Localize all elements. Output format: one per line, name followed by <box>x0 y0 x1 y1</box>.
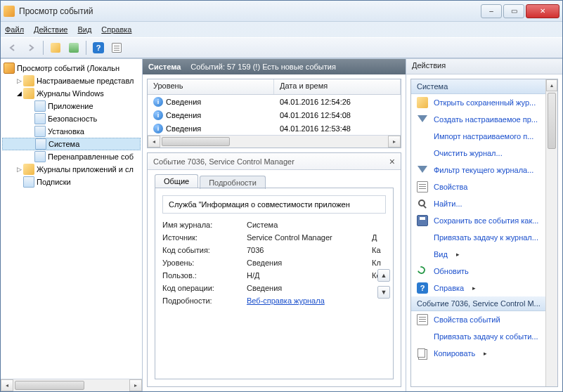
tab-general[interactable]: Общие <box>155 174 198 188</box>
scroll-up-button[interactable]: ▴ <box>546 79 557 91</box>
app-icon <box>4 6 15 17</box>
action-open-saved-log[interactable]: Открыть сохраненный жур... <box>411 94 557 111</box>
tree-system[interactable]: Система <box>2 138 141 150</box>
panes-button[interactable] <box>109 40 124 55</box>
tree-windows-logs[interactable]: ◢Журналы Windows <box>2 87 141 100</box>
properties-button[interactable] <box>66 40 82 55</box>
action-create-custom-view[interactable]: Создать настраиваемое пр... <box>411 111 557 128</box>
column-date[interactable]: Дата и время <box>274 79 401 94</box>
prev-event-button[interactable]: ▲ <box>377 269 390 282</box>
action-event-properties[interactable]: Свойства событий <box>411 311 557 328</box>
events-panel: Система Событий: 57 159 (!) Есть новые с… <box>143 59 406 391</box>
folder-icon <box>23 75 34 86</box>
event-viewer-window: Просмотр событий – ▭ ✕ Файл Действие Вид… <box>0 0 563 392</box>
list-horizontal-scrollbar[interactable]: ◂ ▸ <box>148 135 401 148</box>
view-icon <box>417 249 428 260</box>
filter-icon <box>417 164 428 176</box>
info-icon: i <box>153 110 163 120</box>
window-title: Просмотр событий <box>19 6 481 16</box>
action-view[interactable]: Вид▸ <box>411 246 557 263</box>
expand-icon[interactable]: ▷ <box>15 77 23 84</box>
tree-horizontal-scrollbar[interactable]: ◂ ▸ <box>1 379 142 391</box>
event-row[interactable]: iСведения 04.01.2016 12:54:26 <box>148 95 401 108</box>
action-attach-task-event[interactable]: Привязать задачу к событи... <box>411 328 557 345</box>
forward-button[interactable] <box>23 40 39 55</box>
scroll-thumb[interactable] <box>548 93 556 149</box>
clear-icon <box>417 148 428 159</box>
column-level[interactable]: Уровень <box>148 79 274 94</box>
action-copy[interactable]: Копировать▸ <box>411 345 557 362</box>
event-description: Служба "Информация о совместимости прило… <box>162 195 386 214</box>
scroll-right-button[interactable]: ▸ <box>129 379 142 391</box>
menu-view[interactable]: Вид <box>77 25 91 34</box>
events-header-count: Событий: 57 159 (!) Есть новые события <box>190 63 336 71</box>
tree-subscriptions[interactable]: Подписки <box>2 176 141 188</box>
refresh-icon <box>417 266 428 277</box>
minimize-button[interactable]: – <box>481 4 502 18</box>
tree-apps-services[interactable]: ▷Журналы приложений и сл <box>2 163 141 176</box>
action-save-all-events[interactable]: Сохранить все события как... <box>411 212 557 229</box>
find-icon <box>417 198 428 209</box>
detail-tabs: Общие Подробности <box>148 170 401 188</box>
titlebar[interactable]: Просмотр событий – ▭ ✕ <box>1 1 562 22</box>
tree-application[interactable]: Приложение <box>2 100 141 112</box>
events-header-title: Система <box>148 63 181 71</box>
web-help-link[interactable]: Веб-справка журнала <box>247 296 325 305</box>
help-icon: ? <box>417 282 428 294</box>
collapse-icon[interactable]: ◢ <box>15 90 23 97</box>
action-filter-log[interactable]: Фильтр текущего журнала... <box>411 162 557 178</box>
close-button[interactable]: ✕ <box>526 4 559 18</box>
tree-security[interactable]: Безопасность <box>2 112 141 125</box>
help-button[interactable]: ? <box>91 40 106 55</box>
tree-custom-views[interactable]: ▷Настраиваемые представл <box>2 74 141 87</box>
properties-icon <box>417 314 428 325</box>
tree-root[interactable]: Просмотр событий (Локальн <box>2 62 141 74</box>
action-clear-log[interactable]: Очистить журнал... <box>411 145 557 162</box>
events-header: Система Событий: 57 159 (!) Есть новые с… <box>143 59 406 74</box>
event-row[interactable]: iСведения 04.01.2016 12:54:08 <box>148 108 401 122</box>
action-properties[interactable]: Свойства <box>411 178 557 195</box>
menu-action[interactable]: Действие <box>34 25 67 34</box>
log-icon <box>34 126 46 137</box>
action-refresh[interactable]: Обновить <box>411 263 557 280</box>
menu-file[interactable]: Файл <box>5 25 24 34</box>
chevron-right-icon: ▸ <box>484 350 487 357</box>
actions-body: Система▲ Открыть сохраненный жур... Созд… <box>410 79 558 387</box>
log-icon <box>34 113 46 124</box>
action-import-custom-view[interactable]: Импорт настраиваемого п... <box>411 128 557 145</box>
action-find[interactable]: Найти... <box>411 195 557 212</box>
scroll-right-button[interactable]: ▸ <box>388 136 401 148</box>
log-icon <box>35 138 46 150</box>
task-icon <box>417 232 428 243</box>
properties-icon <box>417 181 428 192</box>
actions-group-event[interactable]: Событие 7036, Service Control M...▲ <box>411 296 557 311</box>
scroll-thumb[interactable] <box>162 137 230 146</box>
expand-icon[interactable]: ▷ <box>15 166 23 173</box>
detail-body: Служба "Информация о совместимости прило… <box>155 188 394 379</box>
tree-setup[interactable]: Установка <box>2 125 141 138</box>
scroll-thumb[interactable] <box>15 381 84 390</box>
chevron-right-icon: ▸ <box>456 251 460 258</box>
close-detail-button[interactable]: × <box>389 156 395 167</box>
import-icon <box>417 131 428 142</box>
menubar: Файл Действие Вид Справка <box>1 22 562 37</box>
tree-panel: Просмотр событий (Локальн ▷Настраиваемые… <box>1 59 143 391</box>
tree-forwarded[interactable]: Перенаправленные соб <box>2 150 141 163</box>
event-row[interactable]: iСведения 04.01.2016 12:53:48 <box>148 122 401 135</box>
scroll-left-button[interactable]: ◂ <box>1 379 13 391</box>
navigation-tree[interactable]: Просмотр событий (Локальн ▷Настраиваемые… <box>1 59 142 379</box>
action-help[interactable]: ?Справка▸ <box>411 280 557 296</box>
event-list[interactable]: Уровень Дата и время iСведения 04.01.201… <box>147 79 401 148</box>
actions-vertical-scrollbar[interactable]: ▴ <box>545 79 557 386</box>
event-list-header[interactable]: Уровень Дата и время <box>148 79 401 95</box>
scroll-left-button[interactable]: ◂ <box>148 136 160 148</box>
menu-help[interactable]: Справка <box>101 25 131 34</box>
show-hide-tree-button[interactable] <box>48 40 63 55</box>
log-icon <box>23 176 34 188</box>
actions-panel: Действия Система▲ Открыть сохраненный жу… <box>406 59 562 391</box>
back-button[interactable] <box>5 40 20 55</box>
next-event-button[interactable]: ▼ <box>377 286 390 299</box>
maximize-button[interactable]: ▭ <box>503 4 524 18</box>
actions-group-system[interactable]: Система▲ <box>411 79 557 94</box>
action-attach-task[interactable]: Привязать задачу к журнал... <box>411 229 557 246</box>
